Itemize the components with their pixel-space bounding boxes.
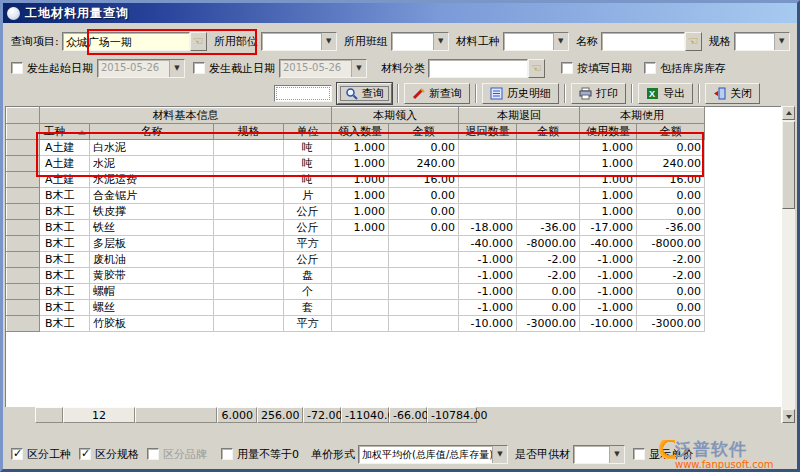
cell[interactable]: -1.000 xyxy=(580,252,637,268)
cell[interactable]: -1.000 xyxy=(580,284,637,300)
cell[interactable] xyxy=(459,188,517,204)
cell[interactable] xyxy=(517,172,580,188)
spec-select[interactable]: ▼ xyxy=(734,32,790,51)
cell[interactable]: 多层板 xyxy=(90,236,214,252)
cell[interactable]: -3000.00 xyxy=(637,316,705,332)
cell[interactable]: 平方 xyxy=(284,236,332,252)
cell[interactable]: 水泥 xyxy=(90,156,214,172)
col-spec[interactable]: 规格 xyxy=(214,124,284,140)
distinguish-brand-checkbox[interactable] xyxy=(147,448,159,460)
cell[interactable]: 螺丝 xyxy=(90,300,214,316)
cell[interactable]: 水泥运费 xyxy=(90,172,214,188)
cell[interactable]: 个 xyxy=(284,284,332,300)
cell[interactable]: 吨 xyxy=(284,156,332,172)
cell[interactable] xyxy=(214,204,284,220)
quick-filter-input[interactable] xyxy=(274,85,332,102)
scroll-down-button[interactable] xyxy=(782,409,795,423)
cell[interactable]: B木工 xyxy=(40,236,90,252)
cell[interactable]: B木工 xyxy=(40,268,90,284)
cell[interactable] xyxy=(214,268,284,284)
cell[interactable] xyxy=(389,236,459,252)
cell[interactable]: -8000.00 xyxy=(637,236,705,252)
cell[interactable]: 废机油 xyxy=(90,252,214,268)
cell[interactable] xyxy=(332,300,389,316)
cell[interactable]: 0.00 xyxy=(637,284,705,300)
cell[interactable] xyxy=(459,156,517,172)
chevron-down-icon[interactable]: ▼ xyxy=(351,60,366,77)
cell[interactable]: 合金锯片 xyxy=(90,188,214,204)
row-selector[interactable] xyxy=(7,284,40,300)
cell[interactable] xyxy=(459,140,517,156)
chevron-down-icon[interactable]: ▼ xyxy=(433,33,448,50)
scroll-up-button[interactable] xyxy=(782,106,795,120)
col-ret-qty[interactable]: 退回数量 xyxy=(459,124,517,140)
cell[interactable]: A土建 xyxy=(40,156,90,172)
cell[interactable]: 吨 xyxy=(284,172,332,188)
cell[interactable]: 0.00 xyxy=(389,140,459,156)
cell[interactable]: -1.000 xyxy=(459,252,517,268)
cell[interactable]: 螺帽 xyxy=(90,284,214,300)
cell[interactable]: 套 xyxy=(284,300,332,316)
end-date-checkbox[interactable] xyxy=(193,62,205,74)
include-warehouse-checkbox[interactable] xyxy=(644,62,656,74)
category-input[interactable] xyxy=(428,59,528,78)
table-row[interactable]: B木工多层板平方-40.000-8000.00-40.000-8000.00 xyxy=(7,236,705,252)
cell[interactable]: 铁丝 xyxy=(90,220,214,236)
cell[interactable]: 1.000 xyxy=(332,140,389,156)
col-use-qty[interactable]: 使用数量 xyxy=(580,124,637,140)
project-picker-button[interactable]: ☜ xyxy=(190,32,207,51)
col-ret-amt[interactable]: 金额 xyxy=(517,124,580,140)
cell[interactable]: -40.000 xyxy=(459,236,517,252)
col-use-amt[interactable]: 金额 xyxy=(637,124,705,140)
col-in-amt[interactable]: 金额 xyxy=(389,124,459,140)
table-row[interactable]: B木工铁丝公斤1.0000.00-18.000-36.00-17.000-36.… xyxy=(7,220,705,236)
cell[interactable]: -1.000 xyxy=(459,268,517,284)
cell[interactable]: 0.00 xyxy=(389,188,459,204)
cell[interactable]: -1.000 xyxy=(580,268,637,284)
cell[interactable]: -2.00 xyxy=(517,268,580,284)
cell[interactable]: 0.00 xyxy=(637,204,705,220)
row-selector[interactable] xyxy=(7,300,40,316)
cell[interactable]: 0.00 xyxy=(637,188,705,204)
start-date-select[interactable]: 2015-05-26▼ xyxy=(97,59,185,78)
cell[interactable]: -2.00 xyxy=(637,252,705,268)
team-select[interactable]: ▼ xyxy=(391,32,449,51)
cell[interactable] xyxy=(332,316,389,332)
row-selector[interactable] xyxy=(7,316,40,332)
cell[interactable]: -2.00 xyxy=(517,252,580,268)
chevron-down-icon[interactable]: ▼ xyxy=(492,446,507,463)
cell[interactable]: 16.00 xyxy=(389,172,459,188)
cell[interactable] xyxy=(459,204,517,220)
cell[interactable] xyxy=(214,284,284,300)
chevron-down-icon[interactable]: ▼ xyxy=(169,60,184,77)
row-selector[interactable] xyxy=(7,220,40,236)
cell[interactable]: -8000.00 xyxy=(517,236,580,252)
chevron-down-icon[interactable]: ▼ xyxy=(553,33,568,50)
col-in-qty[interactable]: 领入数量 xyxy=(332,124,389,140)
cell[interactable]: 1.000 xyxy=(332,204,389,220)
table-row[interactable]: B木工竹胶板平方-10.000-3000.00-10.000-3000.00 xyxy=(7,316,705,332)
cell[interactable]: -36.00 xyxy=(637,220,705,236)
cell[interactable] xyxy=(332,252,389,268)
cell[interactable] xyxy=(214,236,284,252)
end-date-select[interactable]: 2015-05-26▼ xyxy=(279,59,367,78)
start-date-checkbox[interactable] xyxy=(11,62,23,74)
row-selector[interactable] xyxy=(7,156,40,172)
cell[interactable] xyxy=(214,300,284,316)
title-bar[interactable]: 工地材料用量查询 xyxy=(3,3,797,23)
cell[interactable]: -18.000 xyxy=(459,220,517,236)
cell[interactable]: B木工 xyxy=(40,300,90,316)
distinguish-spec-checkbox[interactable] xyxy=(79,448,91,460)
cell[interactable]: B木工 xyxy=(40,220,90,236)
category-picker-button[interactable]: ☜ xyxy=(528,59,545,78)
close-button[interactable]: 关闭 xyxy=(705,83,760,104)
project-input[interactable]: 众城广场一期 xyxy=(62,32,190,51)
cell[interactable]: 1.000 xyxy=(332,220,389,236)
cell[interactable] xyxy=(332,236,389,252)
history-detail-button[interactable]: 历史明细 xyxy=(482,83,559,104)
cell[interactable]: B木工 xyxy=(40,204,90,220)
cell[interactable]: 盘 xyxy=(284,268,332,284)
cell[interactable] xyxy=(332,284,389,300)
chevron-down-icon[interactable]: ▼ xyxy=(321,33,336,50)
cell[interactable] xyxy=(389,300,459,316)
